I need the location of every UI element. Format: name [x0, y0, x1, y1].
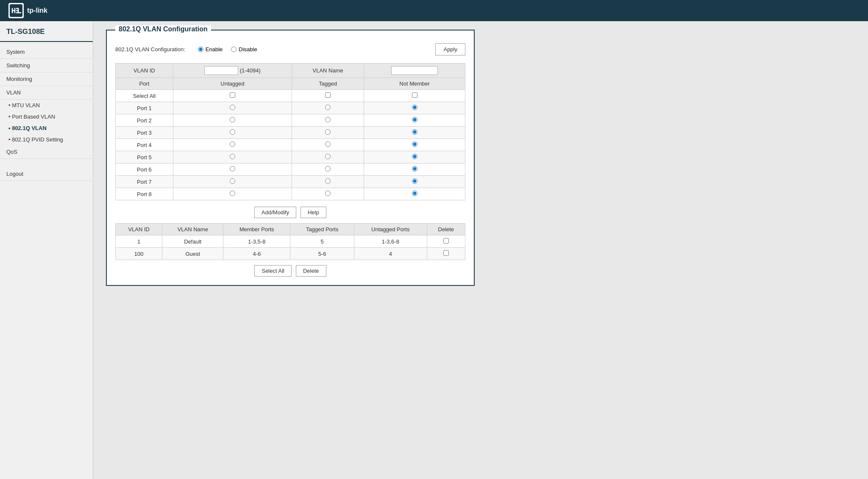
sidebar-item-vlan[interactable]: VLAN	[0, 86, 93, 100]
sidebar-item-switching[interactable]: Switching	[0, 59, 93, 72]
port3-untagged	[173, 127, 292, 139]
table-row: Port 3	[116, 127, 465, 139]
list-tagged-ports: 5-6	[290, 248, 354, 260]
port3-tagged-radio[interactable]	[325, 129, 331, 135]
port8-not-member-radio[interactable]	[412, 191, 417, 196]
select-all-delete-row: Select All Delete	[115, 265, 465, 277]
sidebar-item-system[interactable]: System	[0, 45, 93, 59]
port8-tagged	[292, 188, 364, 200]
port1-not-member	[364, 102, 465, 114]
select-all-button[interactable]: Select All	[254, 265, 291, 277]
enable-option[interactable]: Enable	[198, 46, 223, 53]
port2-tagged-radio[interactable]	[325, 117, 331, 122]
port7-tagged	[292, 176, 364, 188]
disable-option[interactable]: Disable	[231, 46, 257, 53]
list-vlan-id: 1	[116, 235, 162, 248]
list-tagged-ports: 5	[290, 235, 354, 248]
table-row: Port 7	[116, 176, 465, 188]
port5-untagged-radio[interactable]	[230, 154, 235, 159]
disable-radio[interactable]	[231, 47, 236, 52]
select-all-untagged-checkbox[interactable]	[230, 92, 235, 98]
port6-not-member-radio[interactable]	[412, 166, 417, 172]
config-box: 802.1Q VLAN Configuration 802.1Q VLAN Co…	[106, 30, 475, 286]
sidebar-item-mtu-vlan[interactable]: • MTU VLAN	[0, 100, 93, 111]
port1-tagged	[292, 102, 364, 114]
list-item: 100 Guest 4-6 5-6 4	[116, 248, 465, 260]
port1-untagged-radio[interactable]	[230, 105, 235, 110]
row2-delete-checkbox[interactable]	[443, 250, 449, 256]
port4-untagged-radio[interactable]	[230, 141, 235, 147]
action-btn-row: Add/Modify Help	[115, 207, 465, 218]
vlan-name-input-cell	[364, 64, 465, 78]
port6-tagged	[292, 163, 364, 176]
config-box-title: 802.1Q VLAN Configuration	[115, 25, 211, 33]
logo: tp-link	[8, 3, 47, 18]
list-member-ports-header: Member Ports	[223, 224, 290, 235]
row1-delete-checkbox[interactable]	[443, 238, 449, 244]
vlan-id-header: VLAN ID	[116, 64, 173, 78]
table-row: Port 5	[116, 151, 465, 163]
list-untagged-ports: 1-3,6-8	[354, 235, 427, 248]
port-label: Port 8	[116, 188, 173, 200]
select-all-row: Select All	[116, 90, 465, 102]
vlan-id-range: (1-4094)	[240, 67, 261, 74]
sidebar-item-logout[interactable]: Logout	[0, 167, 93, 181]
select-all-not-member-checkbox[interactable]	[412, 92, 417, 98]
port-label: Port 4	[116, 139, 173, 151]
add-modify-button[interactable]: Add/Modify	[254, 207, 296, 218]
port6-untagged-radio[interactable]	[230, 166, 235, 172]
select-all-tagged-checkbox[interactable]	[325, 92, 331, 98]
disable-label: Disable	[239, 46, 257, 53]
sidebar-item-8021q-vlan[interactable]: • 802.1Q VLAN	[0, 122, 93, 134]
port6-not-member	[364, 163, 465, 176]
help-button[interactable]: Help	[300, 207, 326, 218]
vlan-id-input[interactable]	[204, 66, 238, 75]
vlan-name-input[interactable]	[391, 66, 438, 75]
delete-button[interactable]: Delete	[296, 265, 326, 277]
list-vlan-id-header: VLAN ID	[116, 224, 162, 235]
list-member-ports: 4-6	[223, 248, 290, 260]
logo-text: tp-link	[27, 7, 47, 14]
port2-not-member-radio[interactable]	[412, 117, 417, 122]
port-label: Port 1	[116, 102, 173, 114]
sidebar-item-qos[interactable]: QoS	[0, 145, 93, 159]
port-label: Port 7	[116, 176, 173, 188]
port4-not-member-radio[interactable]	[412, 141, 417, 147]
port4-tagged-radio[interactable]	[325, 141, 331, 147]
port5-tagged-radio[interactable]	[325, 154, 331, 159]
table-row: Port 6	[116, 163, 465, 176]
enable-radio[interactable]	[198, 47, 203, 52]
port5-tagged	[292, 151, 364, 163]
port3-not-member-radio[interactable]	[412, 129, 417, 135]
list-delete-cell	[427, 235, 465, 248]
port1-tagged-radio[interactable]	[325, 105, 331, 110]
port8-tagged-radio[interactable]	[325, 191, 331, 196]
apply-button[interactable]: Apply	[435, 43, 465, 55]
device-name: TL-SG108E	[0, 28, 93, 42]
table-row: Port 4	[116, 139, 465, 151]
header: tp-link	[0, 0, 868, 21]
list-member-ports: 1-3,5-8	[223, 235, 290, 248]
port7-not-member	[364, 176, 465, 188]
port8-untagged	[173, 188, 292, 200]
port8-untagged-radio[interactable]	[230, 191, 235, 196]
port7-not-member-radio[interactable]	[412, 178, 417, 184]
sidebar-item-8021q-pvid[interactable]: • 802.1Q PVID Setting	[0, 134, 93, 145]
not-member-header: Not Member	[364, 78, 465, 90]
port3-untagged-radio[interactable]	[230, 129, 235, 135]
port1-not-member-radio[interactable]	[412, 105, 417, 110]
port4-not-member	[364, 139, 465, 151]
port5-not-member	[364, 151, 465, 163]
table-row: Port 1	[116, 102, 465, 114]
port-label: Port 6	[116, 163, 173, 176]
layout: TL-SG108E System Switching Monitoring VL…	[0, 21, 868, 479]
port5-not-member-radio[interactable]	[412, 154, 417, 159]
port7-untagged-radio[interactable]	[230, 178, 235, 184]
port2-untagged-radio[interactable]	[230, 117, 235, 122]
port6-tagged-radio[interactable]	[325, 166, 331, 172]
sidebar-item-port-based-vlan[interactable]: • Port Based VLAN	[0, 111, 93, 122]
port7-tagged-radio[interactable]	[325, 178, 331, 184]
vlan-id-input-cell: (1-4094)	[173, 64, 292, 78]
port-label: Port 5	[116, 151, 173, 163]
sidebar-item-monitoring[interactable]: Monitoring	[0, 72, 93, 86]
